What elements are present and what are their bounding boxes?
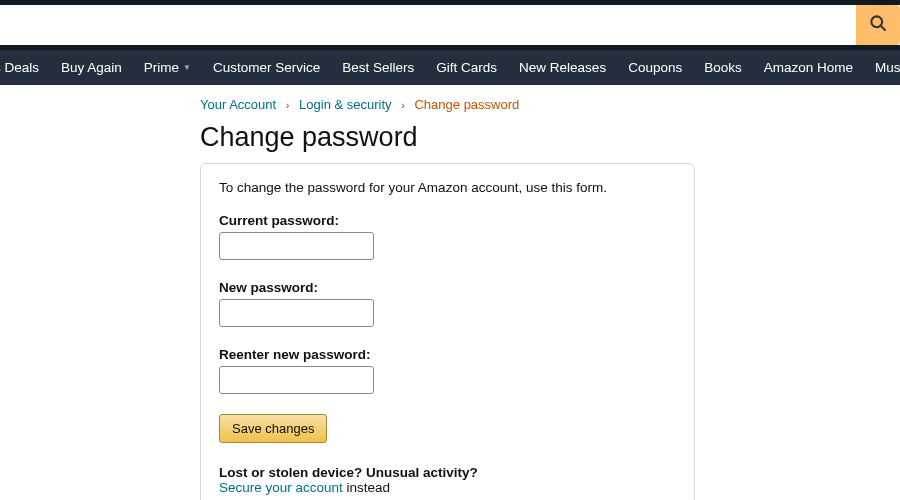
search-input-wrap (0, 5, 856, 45)
breadcrumb-separator: › (401, 99, 405, 111)
field-new-password: New password: (219, 280, 676, 327)
nav-label: Prime (144, 60, 179, 75)
nav-label: Coupons (628, 60, 682, 75)
breadcrumb-separator: › (286, 99, 290, 111)
new-password-label: New password: (219, 280, 676, 295)
breadcrumb-login-security[interactable]: Login & security (299, 97, 392, 112)
search-button[interactable] (856, 5, 900, 45)
nav-label: Best Sellers (342, 60, 414, 75)
change-password-card: To change the password for your Amazon a… (200, 163, 695, 500)
svg-point-0 (871, 16, 882, 27)
search-input[interactable] (0, 5, 856, 45)
nav-item-books[interactable]: Books (693, 60, 753, 75)
nav-label: Books (704, 60, 742, 75)
nav-item-coupons[interactable]: Coupons (617, 60, 693, 75)
footer-note: Lost or stolen device? Unusual activity?… (219, 465, 676, 495)
intro-text: To change the password for your Amazon a… (219, 180, 676, 195)
nav-label: Amazon Home (764, 60, 853, 75)
nav-label: Gift Cards (436, 60, 497, 75)
nav-item-amazon-home[interactable]: Amazon Home (753, 60, 864, 75)
page-title: Change password (200, 122, 900, 153)
current-password-input[interactable] (219, 232, 374, 260)
reenter-password-input[interactable] (219, 366, 374, 394)
nav-label: Buy Again (61, 60, 122, 75)
content: Your Account › Login & security › Change… (200, 85, 900, 500)
nav-item-best-sellers[interactable]: Best Sellers (331, 60, 425, 75)
footer-question: Lost or stolen device? Unusual activity? (219, 465, 478, 480)
nav-item-gift-cards[interactable]: Gift Cards (425, 60, 508, 75)
search-icon (868, 13, 888, 37)
breadcrumb: Your Account › Login & security › Change… (200, 97, 900, 112)
save-changes-button[interactable]: Save changes (219, 414, 327, 443)
footer-trailing: instead (343, 480, 390, 495)
new-password-input[interactable] (219, 299, 374, 327)
svg-line-1 (881, 26, 886, 31)
nav-label: Customer Service (213, 60, 320, 75)
breadcrumb-current: Change password (414, 97, 519, 112)
current-password-label: Current password: (219, 213, 676, 228)
field-reenter-password: Reenter new password: (219, 347, 676, 394)
nav-bar: s Deals Buy Again Prime▼ Customer Servic… (0, 50, 900, 85)
nav-label: Music (875, 60, 900, 75)
nav-label: s Deals (0, 60, 39, 75)
secure-account-link[interactable]: Secure your account (219, 480, 343, 495)
nav-item-buy-again[interactable]: Buy Again (50, 60, 133, 75)
nav-item-customer-service[interactable]: Customer Service (202, 60, 331, 75)
breadcrumb-your-account[interactable]: Your Account (200, 97, 276, 112)
chevron-down-icon: ▼ (183, 63, 191, 72)
nav-label: New Releases (519, 60, 606, 75)
nav-item-music[interactable]: Music (864, 60, 900, 75)
nav-item-new-releases[interactable]: New Releases (508, 60, 617, 75)
field-current-password: Current password: (219, 213, 676, 260)
nav-item-deals[interactable]: s Deals (0, 60, 50, 75)
reenter-password-label: Reenter new password: (219, 347, 676, 362)
search-row (0, 5, 900, 45)
nav-item-prime[interactable]: Prime▼ (133, 60, 202, 75)
